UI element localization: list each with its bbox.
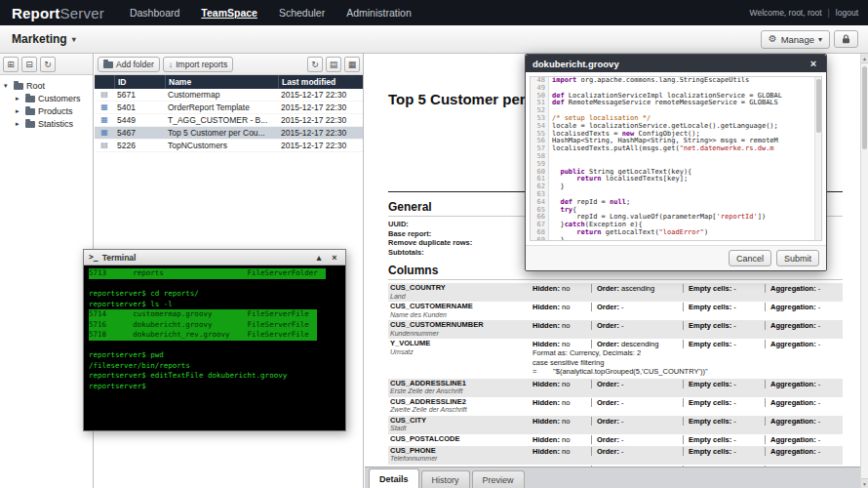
order-attr: Order: -	[591, 417, 683, 426]
empty-cells-attr: Empty cells: -	[683, 340, 765, 348]
submit-button[interactable]: Submit	[776, 250, 819, 266]
collapse-all-button[interactable]: ⊟	[21, 57, 37, 72]
grid-view-icon: ▦	[348, 60, 357, 69]
page-scrollbar[interactable]: ▲ ▼	[860, 54, 868, 488]
order-attr: Order: -	[591, 321, 683, 330]
terminal-close-button[interactable]: ×	[329, 252, 340, 264]
table-row[interactable]: 5226 TopNCustomers 2015-12-17 22:30	[95, 140, 363, 152]
table-row[interactable]: 5671 Customermap 2015-12-17 22:30	[95, 89, 363, 102]
table-row[interactable]: 5449 T_AGG_CUSTOMER - B... 2015-12-17 22…	[95, 114, 363, 127]
terminal-line: 5718 dokubericht_rev.groovy FileServerFi…	[89, 330, 317, 341]
tree-item-label: Statistics	[38, 119, 73, 129]
tree-expander-icon[interactable]: ▸	[16, 107, 22, 115]
column-config-row[interactable]: CUS_ADDRESSLINE2 Zweite Zeile der Anschr…	[388, 397, 843, 416]
dialog-titlebar[interactable]: dokubericht.groovy ×	[526, 55, 826, 72]
refresh-icon: ↻	[44, 60, 52, 69]
detail-tab[interactable]: History	[421, 470, 470, 488]
aggregation-attr: Aggregation: -	[765, 380, 843, 388]
name-column-header[interactable]: Name	[165, 75, 278, 89]
manage-button[interactable]: ⚙ Manage ▾	[761, 30, 830, 49]
scrollbar-thumb[interactable]	[862, 66, 867, 149]
empty-cells-attr: Empty cells: -	[683, 321, 765, 330]
teamspace-selector[interactable]: Marketing ▾	[12, 32, 76, 46]
tree-item-label: Products	[38, 106, 73, 116]
terminal-titlebar[interactable]: >_ Terminal ▴ ×	[84, 250, 345, 265]
grid-view-button[interactable]: ▦	[344, 57, 360, 72]
column-attribute-line: Hidden: no Order: - Empty cells: - Aggre…	[533, 435, 843, 444]
list-view-button[interactable]: ▤	[326, 57, 341, 72]
code-editor-scrollbar[interactable]	[814, 77, 821, 240]
code-editor[interactable]: 48import org.apache.commons.lang.StringE…	[530, 76, 822, 241]
tree-item[interactable]: ▸ Products	[0, 104, 93, 117]
column-config-row[interactable]: CUS_COUNTRY Land Hidden: no Order: ascen…	[388, 283, 843, 302]
tree-expander-icon[interactable]: ▾	[4, 82, 11, 90]
column-attribute-line: Hidden: no Order: ascending Empty cells:…	[533, 284, 843, 293]
teamspace-bar: Marketing ▾ ⚙ Manage ▾	[0, 25, 868, 54]
report-modified-cell: 2015-12-17 22:30	[278, 102, 363, 112]
column-description: Erste Zeile der Anschrift	[390, 387, 533, 395]
manage-label: Manage	[781, 34, 814, 45]
column-config-row[interactable]: CUS_CUSTOMERNAME Name des Kunden Hidden:…	[388, 302, 843, 320]
close-icon: ×	[810, 58, 816, 69]
column-config-row[interactable]: CUS_PHONE Telefonnummer Hidden: no Order…	[388, 446, 843, 465]
add-folder-icon	[103, 61, 113, 68]
terminal-collapse-button[interactable]: ▴	[313, 252, 325, 264]
table-row[interactable]: 5401 OrderReport Template 2015-12-17 22:…	[95, 102, 363, 114]
column-name: Y_VOLUME	[390, 340, 533, 348]
detail-tab[interactable]: Preview	[472, 470, 525, 488]
dialog-close-button[interactable]: ×	[808, 58, 819, 69]
modified-column-header[interactable]: Last modified	[278, 75, 363, 89]
top-menu-item[interactable]: Scheduler	[279, 7, 325, 19]
column-name-block: CUS_PHONE Telefonnummer	[388, 447, 533, 463]
order-attr: Order: -	[591, 380, 683, 388]
order-attr: Order: ascending	[591, 284, 683, 293]
tree-refresh-button[interactable]: ↻	[40, 57, 56, 72]
hidden-attr: Hidden: no	[533, 417, 591, 426]
detail-tab[interactable]: Details	[369, 468, 419, 488]
close-icon: ×	[332, 253, 336, 263]
terminal-line: reportserver$ cd reports/	[89, 289, 340, 300]
aggregation-attr: Aggregation: -	[765, 303, 843, 311]
tree-expander-icon[interactable]: ▸	[16, 95, 22, 102]
order-attr: Order: descending	[591, 340, 683, 348]
column-config-list: CUS_COUNTRY Land Hidden: no Order: ascen…	[388, 283, 843, 467]
column-config-row[interactable]: CUS_CITY Stadt Hidden: no Order: - Empty…	[388, 416, 843, 434]
column-config-row[interactable]: CUS_ADDRESSLINE1 Erste Zeile der Anschri…	[388, 379, 843, 397]
add-folder-label: Add folder	[116, 60, 154, 69]
folder-icon	[25, 108, 35, 115]
lock-icon	[842, 34, 850, 44]
code-lines: 48import org.apache.commons.lang.StringE…	[531, 77, 821, 241]
scroll-down-icon[interactable]: ▼	[861, 478, 868, 488]
top-menu-item[interactable]: Dashboard	[130, 7, 179, 19]
report-name-cell: Customermap	[165, 90, 278, 100]
scrollbar-thumb[interactable]	[816, 79, 821, 133]
top-menu-item[interactable]: TeamSpace	[201, 7, 257, 19]
import-reports-button[interactable]: ↓ Import reports	[163, 57, 233, 72]
column-extra-line: = "$(analytical.topGrouped(5,'CUS_COUNTR…	[533, 368, 843, 377]
add-folder-button[interactable]: Add folder	[98, 57, 160, 72]
order-attr: Order: -	[591, 435, 683, 444]
column-config-row[interactable]: CUS_POSTALCODE Hidden: no Order: - Empty…	[388, 434, 843, 446]
permissions-button[interactable]	[834, 30, 858, 48]
list-view-icon: ▤	[330, 60, 338, 69]
expand-all-button[interactable]: ⊞	[3, 57, 19, 72]
tree-item[interactable]: ▾ Root	[0, 79, 93, 92]
table-row[interactable]: 5467 Top 5 Customer per Cou... 2015-12-1…	[95, 127, 363, 140]
brand-logo[interactable]: ReportServer	[12, 5, 104, 21]
cancel-button[interactable]: Cancel	[729, 250, 771, 266]
column-config-row[interactable]: CUS_CUSTOMERNUMBER Kundennummer Hidden: …	[388, 320, 843, 339]
logout-link[interactable]: logout	[836, 8, 858, 18]
terminal-output[interactable]: 5713 reports FileServerFolder reportserv…	[84, 265, 345, 430]
tree-item[interactable]: ▸ Customers	[0, 92, 93, 104]
tree-item[interactable]: ▸ Statistics	[0, 117, 93, 130]
list-refresh-button[interactable]: ↻	[307, 57, 323, 72]
id-column-header[interactable]: ID	[114, 75, 165, 89]
top-menu-item[interactable]: Administration	[346, 7, 412, 19]
column-name: CUS_CUSTOMERNAME	[390, 303, 533, 311]
scroll-up-icon[interactable]: ▲	[861, 54, 868, 63]
column-config-row[interactable]: Y_VOLUME Umsatz Hidden: no Order: descen…	[388, 339, 843, 379]
aggregation-attr: Aggregation: -	[765, 398, 843, 407]
tree-expander-icon[interactable]: ▸	[16, 120, 22, 128]
column-name-block: CUS_COUNTRY Land	[388, 284, 533, 300]
report-name-cell: Top 5 Customer per Cou...	[165, 128, 278, 138]
